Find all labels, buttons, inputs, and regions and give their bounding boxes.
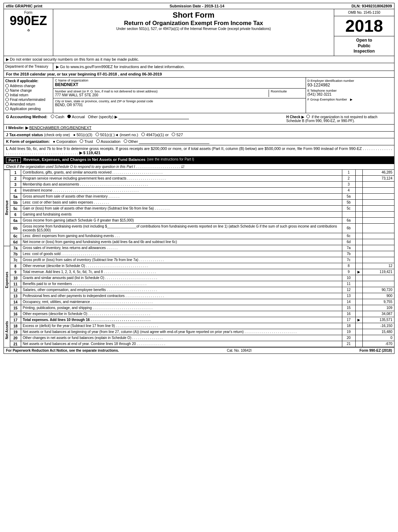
- other-specify-line: [118, 115, 189, 119]
- line-description: Less: cost of goods sold . . . . . . . .…: [21, 251, 342, 257]
- line-number: 19: [10, 329, 21, 335]
- 527-radio[interactable]: [172, 133, 175, 136]
- f-section: F Group Exemption Number ▶: [307, 98, 393, 101]
- submission-date: Submission Date - 2019-11-14: [170, 4, 224, 8]
- line-box: 20: [342, 335, 355, 341]
- final-return-label: Final return/terminated: [10, 98, 45, 102]
- line-description: Printing, publications, postage, and shi…: [21, 305, 342, 311]
- line-description: Other changes in net assets or fund bala…: [21, 335, 342, 341]
- table-row: 21Net assets or fund balances at end of …: [10, 341, 394, 347]
- 501c3-option: ● 501(c)(3): [73, 133, 93, 137]
- h-radio[interactable]: [306, 115, 310, 118]
- line-description: Gross sales of inventory, less returns a…: [21, 245, 342, 251]
- line-value: 34,087: [362, 311, 394, 317]
- line-description: Total expenses. Add lines 10 through 16 …: [21, 317, 342, 323]
- table-row: 11Benefits paid to or for members . . . …: [10, 281, 394, 287]
- org-name-row: C Name of organization BENDNEXT: [53, 78, 306, 89]
- line-number: 13: [10, 293, 21, 299]
- 4947-option: 4947(a)(1) or: [141, 133, 170, 137]
- org-city-row: City or town, state or province, country…: [53, 98, 306, 108]
- accrual-radio[interactable]: [67, 115, 71, 118]
- line-description: Gaming and fundraising events: [21, 211, 342, 217]
- line-number: 1: [10, 170, 21, 176]
- table-row: 13Professional fees and other payments t…: [10, 293, 394, 299]
- table-row: 16Other expenses (describe in Schedule O…: [10, 311, 394, 317]
- short-form-label: Short Form: [56, 11, 331, 20]
- g-label: G Accounting Method:: [6, 115, 48, 119]
- page: efile GRAPHIC print Submission Date - 20…: [0, 0, 398, 357]
- table-row: 20Other changes in net assets or fund ba…: [10, 335, 394, 341]
- line-description: Grants and similar amounts paid (list in…: [21, 275, 342, 281]
- line-box: 5b: [342, 199, 355, 205]
- line-box: 21: [342, 341, 355, 347]
- header-bar: efile GRAPHIC print Submission Date - 20…: [4, 3, 394, 9]
- c-label: C Name of organization: [55, 79, 88, 82]
- cash-radio[interactable]: [51, 115, 54, 118]
- part1-title: Revenue, Expenses, and Changes in Net As…: [24, 157, 146, 163]
- trust-radio[interactable]: [80, 139, 83, 143]
- line-arrow: [355, 329, 362, 335]
- check-label: Check if applicable:: [5, 79, 51, 83]
- table-row: 17Total expenses. Add lines 10 through 1…: [10, 317, 394, 323]
- line-value: [362, 187, 394, 193]
- line-arrow: [355, 223, 362, 233]
- line-number: 3: [10, 181, 21, 187]
- line-box: 17: [342, 317, 355, 323]
- table-row: 2Program service revenue including gover…: [10, 175, 394, 181]
- l-section: L Add lines 5b, 6c, and 7b to line 9 to …: [4, 145, 394, 157]
- line-value: 12: [362, 263, 394, 269]
- address-change-radio[interactable]: [5, 84, 9, 87]
- initial-return-item: Initial return: [5, 93, 51, 97]
- other-org-option: Other: [124, 139, 139, 144]
- trust-option: Trust: [80, 139, 94, 144]
- under-section: Under section 501(c), 527, or 4947(a)(1)…: [56, 27, 331, 31]
- address-change-item: Address change: [5, 84, 51, 88]
- line-description: Contributions, gifts, grants, and simila…: [21, 170, 342, 176]
- tax-exempt-section: J Tax-exempt status (check only one) ● 5…: [4, 132, 394, 138]
- line-number: 5b: [10, 199, 21, 205]
- line-value: 135,571: [362, 317, 394, 323]
- app-pending-radio[interactable]: [5, 107, 9, 110]
- accrual-option: Accrual: [67, 115, 86, 119]
- part1-label: Part I: [6, 157, 21, 163]
- initial-return-radio[interactable]: [5, 93, 9, 97]
- corp-option: ● Corporation: [53, 139, 78, 144]
- line-arrow: [355, 175, 362, 181]
- initial-return-label: Initial return: [10, 93, 28, 97]
- line-number: 7a: [10, 245, 21, 251]
- line-description: Gross profit or (loss) from sales of inv…: [21, 257, 342, 263]
- table-row: 5aGross amount from sale of assets other…: [10, 193, 394, 199]
- 4947-radio[interactable]: [141, 133, 145, 136]
- expenses-side-label: Expenses: [4, 246, 10, 314]
- line-arrow: [355, 299, 362, 305]
- line-value: [362, 233, 394, 239]
- line-arrow: [355, 199, 362, 205]
- line-number: 6c: [10, 233, 21, 239]
- omb-number: OMB No. 1545-1150: [334, 9, 394, 16]
- other-org-radio[interactable]: [124, 139, 127, 143]
- line-value: -670: [362, 341, 394, 347]
- line-arrow: [355, 263, 362, 269]
- amended-return-radio[interactable]: [5, 102, 9, 106]
- line-arrow: [355, 323, 362, 329]
- table-row: 12Salaries, other compensation, and empl…: [10, 287, 394, 293]
- name-change-radio[interactable]: [5, 89, 9, 92]
- ein-value: 93-1224982: [307, 83, 393, 87]
- irs-notice: ▶ Go to www.irs.gov/Form990EZ for instru…: [53, 63, 394, 71]
- line-arrow: [355, 187, 362, 193]
- main-table-area: 1Contributions, gifts, grants, and simil…: [10, 170, 394, 347]
- line-box: 6a: [342, 217, 355, 223]
- line-number: 7b: [10, 251, 21, 257]
- line-description: Professional fees and other payments to …: [21, 293, 342, 299]
- line-box: 18: [342, 323, 355, 329]
- street-label: Number and street (or P. O. box, if mail…: [55, 90, 269, 93]
- side-labels: Revenue Expenses Net Assets: [4, 170, 10, 347]
- i-label: I Website: ▶: [6, 126, 28, 130]
- line-number: 5c: [10, 205, 21, 211]
- assoc-radio[interactable]: [96, 139, 100, 143]
- line-value: 15,480: [362, 329, 394, 335]
- final-return-radio[interactable]: [5, 98, 9, 101]
- 501c-radio[interactable]: [96, 133, 99, 136]
- line-number: 7c: [10, 257, 21, 263]
- table-row: 7cGross profit or (loss) from sales of i…: [10, 257, 394, 263]
